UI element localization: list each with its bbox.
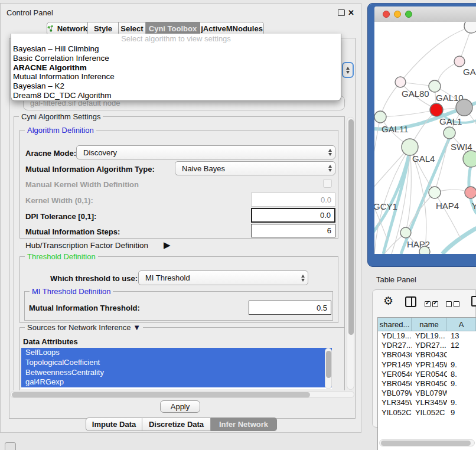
table-cell: 12 bbox=[447, 341, 476, 350]
attribute-item[interactable]: SelfLoops bbox=[21, 348, 332, 358]
scrollbar-thumb[interactable] bbox=[348, 119, 354, 335]
table-cell: YPR145W bbox=[378, 360, 412, 370]
network-node-y[interactable] bbox=[465, 187, 476, 198]
table-cell: YBR043C bbox=[412, 350, 447, 360]
dropdown-item[interactable]: Bayesian – Hill Climbing bbox=[11, 44, 341, 54]
table-row[interactable]: YDL19...YDL19...13 bbox=[378, 331, 476, 341]
network-edge[interactable] bbox=[442, 228, 476, 254]
select-all-columns-icon[interactable] bbox=[425, 298, 440, 309]
settings-hscrollbar[interactable] bbox=[10, 391, 354, 398]
network-node-gal10[interactable] bbox=[429, 80, 441, 92]
apply-button[interactable]: Apply bbox=[160, 400, 200, 413]
attribute-item[interactable]: gal4RGexp bbox=[21, 377, 332, 387]
gear-icon[interactable]: ⚙ bbox=[383, 295, 393, 306]
tab-label: Network bbox=[57, 24, 87, 33]
minimize-window-icon[interactable] bbox=[394, 11, 401, 18]
table-cell: YER054C bbox=[412, 370, 447, 379]
network-node-gal4[interactable] bbox=[402, 139, 418, 155]
table-cell: YIL052C bbox=[412, 408, 447, 418]
table-row[interactable]: YBL079WYBL079W bbox=[378, 389, 476, 398]
columns-icon[interactable] bbox=[405, 296, 416, 307]
dpi-tolerance-value: 0.0 bbox=[320, 211, 331, 220]
dropdown-item[interactable]: Dream8 DC_TDC Algorithm bbox=[11, 91, 341, 100]
table-cell: YBR045C bbox=[378, 379, 412, 389]
aracne-mode-combo[interactable]: Discovery bbox=[76, 145, 335, 159]
network-canvas[interactable]: GALGAL80GAL10GAL1GAL11GAL4SWI4GCY1HAP4YH… bbox=[374, 22, 476, 254]
network-node[interactable] bbox=[463, 151, 476, 167]
column-header[interactable]: A bbox=[447, 318, 476, 331]
network-node-swi4[interactable] bbox=[444, 127, 455, 139]
screenshot-root: Control Panel ✕ NetworkStyleSelectCyni T… bbox=[0, 0, 476, 450]
table-cell: YER054C bbox=[378, 370, 412, 379]
table-row[interactable]: YLR345WYLR345W9. bbox=[378, 398, 476, 407]
mi-type-combo[interactable]: Naive Bayes bbox=[175, 161, 335, 175]
network-node[interactable] bbox=[419, 246, 430, 254]
float-mini-icon[interactable] bbox=[5, 442, 16, 450]
network-node[interactable] bbox=[456, 99, 472, 116]
mi-threshold-field[interactable]: 0.5 bbox=[249, 301, 331, 315]
network-node-gal80[interactable] bbox=[395, 77, 406, 87]
mi-threshold-value: 0.5 bbox=[317, 304, 327, 312]
scrollbar-thumb[interactable] bbox=[326, 351, 331, 378]
zoom-window-icon[interactable] bbox=[405, 11, 412, 18]
network-edge[interactable] bbox=[435, 193, 461, 240]
network-node-hap2[interactable] bbox=[400, 227, 411, 238]
network-node-gal[interactable] bbox=[454, 56, 465, 67]
algorithm-combo-spinner[interactable] bbox=[342, 62, 354, 78]
table-header-row[interactable]: shared...nameA bbox=[378, 318, 476, 331]
network-graph[interactable]: GALGAL80GAL10GAL1GAL11GAL4SWI4GCY1HAP4YH… bbox=[374, 22, 476, 254]
data-attributes-list[interactable]: SelfLoopsTopologicalCoefficientBetweenne… bbox=[21, 348, 332, 389]
network-node-hap4[interactable] bbox=[429, 187, 441, 198]
network-window-titlebar[interactable] bbox=[374, 6, 476, 22]
table-row[interactable]: YIL052CYIL052C9 bbox=[378, 408, 476, 418]
tab-infer-network[interactable]: Infer Network bbox=[211, 418, 277, 431]
table-row[interactable]: YDR27...YDR27...12 bbox=[378, 341, 476, 350]
mi-steps-field[interactable]: 6 bbox=[251, 224, 335, 237]
settings-vscrollbar[interactable] bbox=[347, 117, 354, 390]
dropdown-item[interactable]: Basic Correlation Inference bbox=[11, 54, 341, 63]
network-node[interactable] bbox=[464, 22, 476, 33]
table-row[interactable]: YBR043CYBR043C bbox=[378, 350, 476, 360]
network-icon bbox=[47, 25, 54, 32]
table-row[interactable]: YPR145WYPR145W9. bbox=[378, 360, 476, 370]
table-cell bbox=[447, 350, 476, 360]
table-cell: 9. bbox=[447, 398, 476, 407]
dpi-tolerance-field[interactable]: 0.0 bbox=[251, 208, 335, 223]
node-label: HAP4 bbox=[436, 201, 459, 211]
column-header[interactable]: shared... bbox=[378, 318, 412, 331]
table-cell: 9. bbox=[447, 379, 476, 389]
network-edge[interactable] bbox=[400, 27, 470, 82]
close-window-icon[interactable] bbox=[383, 11, 390, 18]
sources-title-text: Sources for Network Inference bbox=[27, 323, 131, 332]
dropdown-item[interactable]: Mutual Information Inference bbox=[11, 72, 341, 81]
table-hscrollbar[interactable] bbox=[379, 439, 475, 446]
scrollbar-thumb[interactable] bbox=[12, 392, 310, 397]
float-panel-icon[interactable] bbox=[338, 9, 345, 16]
network-node-gal11[interactable] bbox=[374, 111, 386, 123]
dropdown-item[interactable]: Bayesian – K2 bbox=[11, 81, 341, 91]
kernel-width-field[interactable]: 0.0 bbox=[251, 193, 335, 207]
table-row[interactable]: YER054CYER054C8. bbox=[378, 370, 476, 379]
column-header[interactable]: name bbox=[412, 318, 447, 331]
attribute-item[interactable]: BetweennessCentrality bbox=[21, 368, 332, 378]
table-cell: YBR043C bbox=[378, 350, 412, 360]
which-threshold-combo[interactable]: MI Threshold bbox=[138, 270, 308, 285]
attributes-scrollbar[interactable] bbox=[325, 348, 332, 389]
deselect-all-columns-icon[interactable] bbox=[446, 298, 461, 309]
expand-right-icon[interactable]: ▶ bbox=[164, 240, 171, 250]
node-table: shared...nameA YDL19...YDL19...13YDR27..… bbox=[377, 317, 476, 450]
close-panel-icon[interactable]: ✕ bbox=[348, 9, 354, 17]
network-edge[interactable] bbox=[382, 110, 436, 117]
attribute-item[interactable]: TopologicalCoefficient bbox=[21, 358, 332, 368]
import-table-icon[interactable] bbox=[471, 296, 476, 306]
network-edge[interactable] bbox=[374, 194, 387, 240]
tab-discretize-data[interactable]: Discretize Data bbox=[142, 418, 211, 431]
collapse-down-icon[interactable]: ▼ bbox=[133, 323, 141, 332]
dropdown-item[interactable]: ARACNE Algorithm bbox=[11, 63, 341, 73]
network-edge[interactable] bbox=[381, 82, 400, 116]
table-row[interactable]: YBR045CYBR045C9. bbox=[378, 379, 476, 389]
scrollbar-thumb[interactable] bbox=[381, 441, 471, 446]
network-node-gal1[interactable] bbox=[430, 103, 443, 116]
tab-impute-data[interactable]: Impute Data bbox=[86, 418, 142, 431]
manual-kernel-checkbox[interactable] bbox=[323, 179, 332, 188]
